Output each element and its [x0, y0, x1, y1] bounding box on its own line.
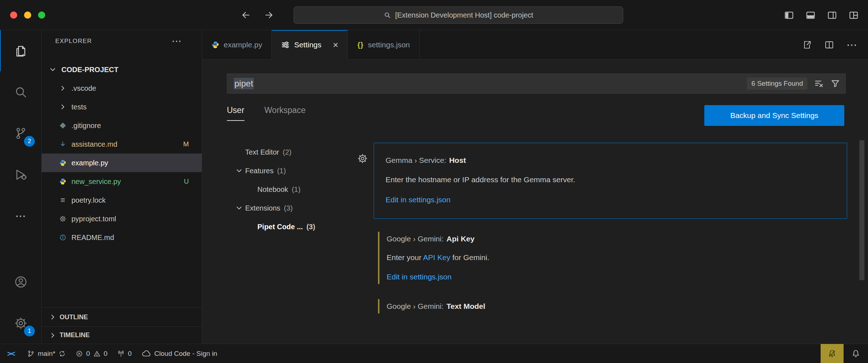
settings-editor: pipet 6 Settings Found User Workspace Ba… [202, 60, 868, 344]
split-editor-icon[interactable] [824, 40, 834, 50]
toc-count: (1) [292, 185, 300, 194]
file-label: assistance.md [71, 140, 117, 148]
run-debug-icon [14, 168, 28, 182]
customize-layout-icon[interactable] [849, 10, 859, 20]
toc-item-notebook[interactable]: Notebook (1) [233, 180, 366, 199]
settings-search-input[interactable]: pipet 6 Settings Found [227, 74, 846, 94]
manage-activity-button[interactable]: 1 [0, 302, 41, 344]
setting-name: Text Model [447, 302, 485, 310]
filter-icon[interactable] [830, 79, 840, 89]
toc-label: Features [245, 167, 274, 175]
tree-item-tests[interactable]: tests [42, 98, 202, 116]
close-window-button[interactable] [10, 11, 17, 19]
tab-settings-json[interactable]: {} settings.json [348, 30, 419, 60]
cloud-code-label: Cloud Code - Sign in [154, 350, 217, 358]
search-activity-button[interactable] [0, 71, 41, 113]
toc-item-extensions[interactable]: Extensions (3) [233, 199, 366, 217]
tab-label: settings.json [368, 41, 410, 49]
toc-count: (2) [283, 148, 291, 156]
vertical-scrollbar[interactable] [859, 140, 864, 280]
toggle-secondary-sidebar-icon[interactable] [827, 10, 837, 20]
git-file-icon [57, 123, 68, 128]
open-settings-json-icon[interactable] [802, 40, 812, 50]
clear-filters-icon[interactable] [814, 79, 824, 89]
toc-item-features[interactable]: Features (1) [233, 161, 366, 180]
toc-count: (3) [307, 223, 315, 231]
problems-item[interactable]: 0 0 [71, 344, 112, 363]
bell-slash-icon [828, 349, 836, 358]
api-key-link[interactable]: API Key [423, 253, 451, 261]
toggle-sidebar-icon[interactable] [784, 10, 794, 20]
explorer-title: EXPLORER [55, 38, 92, 45]
run-debug-activity-button[interactable] [0, 154, 41, 195]
setting-title: Google › Gemini:Api Key [387, 235, 837, 243]
section-label: TIMELINE [60, 331, 90, 339]
tree-item-readme-md[interactable]: README.md [42, 228, 202, 247]
setting-google-gemini-text-model[interactable]: Google › Gemini:Text Model [374, 297, 847, 316]
setting-description: Enter the hostname or IP address for the… [386, 175, 837, 184]
close-tab-icon[interactable]: × [333, 39, 338, 51]
window-controls [10, 11, 45, 19]
remote-indicator[interactable]: >< [0, 344, 22, 363]
file-label: .gitignore [71, 122, 101, 130]
setting-gemma-service-host[interactable]: Gemma › Service:Host Enter the hostname … [374, 143, 847, 219]
forward-icon[interactable] [264, 10, 274, 20]
ports-item[interactable]: 0 [112, 344, 137, 363]
account-icon [14, 275, 28, 289]
editor-tab-bar: example.py Settings × {} settings.json ⋯ [202, 30, 868, 60]
scope-tab-user[interactable]: User [227, 105, 244, 121]
file-label: new_service.py [71, 178, 121, 186]
tree-item-poetry-lock[interactable]: ≡ poetry.lock [42, 191, 202, 209]
source-control-activity-button[interactable]: 2 [0, 113, 41, 154]
zoom-window-button[interactable] [38, 11, 45, 19]
tab-label: example.py [224, 41, 262, 49]
backup-sync-settings-button[interactable]: Backup and Sync Settings [704, 105, 844, 126]
file-label: poetry.lock [71, 196, 106, 204]
do-not-disturb-item[interactable] [821, 344, 844, 363]
toc-label: Extensions [245, 204, 280, 212]
radio-tower-icon [117, 350, 125, 357]
setting-gear-icon[interactable] [357, 153, 368, 164]
toc-item-text-editor[interactable]: Text Editor (2) [233, 143, 366, 161]
git-status-badge: M [183, 140, 189, 148]
window-title: [Extension Development Host] code-projec… [395, 11, 533, 19]
minimize-window-button[interactable] [24, 11, 31, 19]
outline-section-header[interactable]: OUTLINE [42, 307, 202, 326]
settings-found-count: 6 Settings Found [747, 77, 807, 90]
back-icon[interactable] [241, 10, 251, 20]
explorer-more-actions-icon[interactable]: ⋯ [172, 39, 182, 43]
more-views-activity-button[interactable]: ⋯ [0, 195, 41, 236]
tab-settings[interactable]: Settings × [272, 30, 348, 60]
settings-sliders-icon [281, 41, 290, 49]
timeline-section-header[interactable]: TIMELINE [42, 326, 202, 344]
edit-in-settings-json-link[interactable]: Edit in settings.json [386, 195, 837, 204]
chevron-right-icon [50, 332, 56, 339]
accounts-activity-button[interactable] [0, 261, 41, 302]
tree-item-new-service-py[interactable]: new_service.py U [42, 172, 202, 191]
more-actions-icon[interactable]: ⋯ [846, 43, 857, 46]
cloud-code-item[interactable]: Cloud Code - Sign in [137, 344, 222, 363]
git-branch-item[interactable]: main* [22, 344, 71, 363]
file-tree: CODE-PROJECT .vscode tests .gitignore as… [42, 52, 202, 247]
explorer-activity-button[interactable] [0, 30, 41, 71]
command-center[interactable]: [Extension Development Host] code-projec… [294, 6, 623, 24]
tree-item-vscode[interactable]: .vscode [42, 79, 202, 98]
tree-root-folder[interactable]: CODE-PROJECT [42, 60, 202, 79]
notifications-item[interactable] [844, 344, 868, 363]
tab-example-py[interactable]: example.py [202, 30, 272, 60]
error-icon [76, 350, 83, 357]
toggle-panel-icon[interactable] [806, 10, 816, 20]
edit-in-settings-json-link[interactable]: Edit in settings.json [387, 273, 837, 281]
tree-item-example-py[interactable]: example.py [42, 154, 202, 172]
chevron-right-icon [60, 83, 66, 94]
scope-tab-workspace[interactable]: Workspace [265, 105, 306, 121]
chevron-down-icon [233, 168, 245, 174]
tree-item-pyproject-toml[interactable]: pyproject.toml [42, 209, 202, 228]
settings-list: Gemma › Service:Host Enter the hostname … [374, 143, 847, 316]
setting-name: Host [449, 156, 466, 164]
tree-item-gitignore[interactable]: .gitignore [42, 116, 202, 135]
toc-item-pipet-code[interactable]: Pipet Code ... (3) [233, 217, 366, 236]
search-value: pipet [234, 78, 254, 89]
setting-google-gemini-api-key[interactable]: Google › Gemini:Api Key Enter your API K… [374, 230, 847, 286]
tree-item-assistance-md[interactable]: assistance.md M [42, 135, 202, 154]
